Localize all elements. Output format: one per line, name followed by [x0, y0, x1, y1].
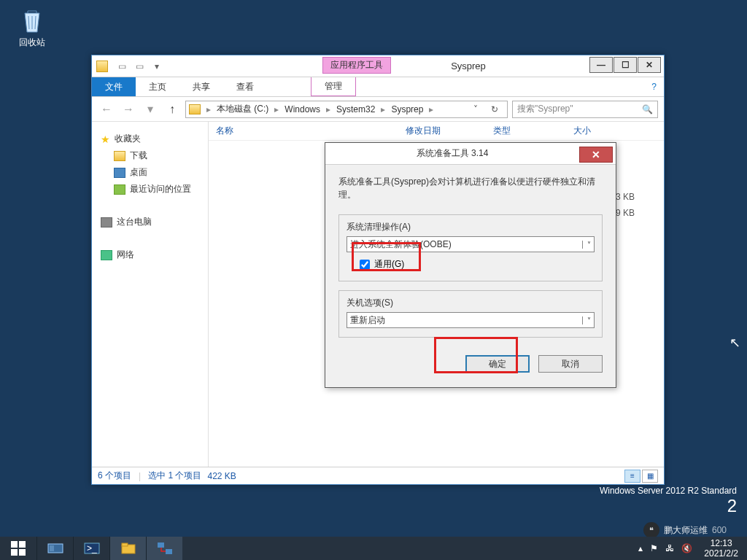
- breadcrumb[interactable]: 本地磁盘 (C:): [214, 103, 271, 115]
- shutdown-options-value: 重新启动: [350, 314, 385, 327]
- sidebar-desktop[interactable]: 桌面: [92, 164, 208, 181]
- svg-rect-6: [158, 542, 164, 548]
- refresh-icon[interactable]: ↻: [485, 104, 504, 114]
- generalize-label[interactable]: 通用(G): [374, 258, 404, 271]
- tab-share[interactable]: 共享: [179, 77, 223, 96]
- taskbar[interactable]: >_ ▴ ⚑ 🖧 🔇 12:13 2021/2/2: [0, 537, 747, 560]
- chevron-right-icon[interactable]: ▸: [205, 104, 212, 114]
- qat-newfolder-icon[interactable]: ▭: [133, 60, 146, 73]
- action-center-icon[interactable]: ⚑: [650, 543, 658, 553]
- watermark-text: 鹏大师运维: [664, 524, 708, 537]
- svg-text:>_: >_: [87, 543, 97, 553]
- tab-view[interactable]: 查看: [223, 77, 267, 96]
- maximize-button[interactable]: ☐: [614, 57, 637, 73]
- status-bar: 6 个项目 | 选中 1 个项目 422 KB ≡ ▦: [92, 467, 664, 484]
- shutdown-options-select[interactable]: 重新启动 ˅: [347, 312, 595, 328]
- nav-up-button[interactable]: ↑: [163, 101, 181, 118]
- view-icons-button[interactable]: ▦: [642, 470, 658, 483]
- chevron-right-icon[interactable]: ▸: [325, 104, 332, 114]
- dialog-titlebar[interactable]: 系统准备工具 3.14 ✕: [325, 143, 616, 165]
- svg-rect-1: [50, 545, 54, 551]
- task-explorer[interactable]: [109, 537, 146, 560]
- column-headers[interactable]: 名称 修改日期 类型 大小: [209, 122, 664, 141]
- desktop-icon: [114, 168, 125, 178]
- cleanup-action-select[interactable]: 进入系统全新体验(OOBE) ˅: [347, 236, 595, 252]
- titlebar[interactable]: ▭ ▭ ▾ 应用程序工具 Sysprep — ☐ ✕: [92, 55, 664, 77]
- col-type[interactable]: 类型: [493, 125, 573, 137]
- tab-home[interactable]: 主页: [136, 77, 179, 96]
- task-powershell[interactable]: >_: [73, 537, 109, 560]
- help-icon[interactable]: ?: [644, 77, 664, 96]
- search-icon[interactable]: 🔍: [642, 104, 653, 114]
- status-item-count: 6 个项目: [98, 470, 131, 482]
- folder-icon: [189, 104, 201, 114]
- nav-recent-dropdown[interactable]: ▾: [142, 101, 159, 118]
- recycle-bin[interactable]: 回收站: [13, 6, 51, 49]
- folder-icon: [96, 61, 108, 72]
- tab-file[interactable]: 文件: [92, 77, 136, 96]
- start-button[interactable]: [0, 537, 36, 560]
- nav-back-button[interactable]: ←: [98, 101, 115, 118]
- dialog-close-button[interactable]: ✕: [579, 147, 613, 163]
- qat-dropdown-icon[interactable]: ▾: [150, 60, 163, 73]
- minimize-button[interactable]: —: [589, 57, 613, 73]
- address-bar-row: ← → ▾ ↑ ▸ 本地磁盘 (C:) ▸ Windows ▸ System32…: [92, 97, 664, 122]
- wechat-icon: ❝: [643, 522, 659, 538]
- sidebar-this-pc[interactable]: 这台电脑: [92, 214, 208, 230]
- quick-access-toolbar: ▭ ▭ ▾: [111, 60, 168, 73]
- sysprep-dialog: 系统准备工具 3.14 ✕ 系统准备工具(Sysprep)会对计算机进行准备以便…: [325, 142, 616, 388]
- qat-properties-icon[interactable]: ▭: [115, 60, 128, 73]
- task-server-manager[interactable]: [36, 537, 73, 560]
- breadcrumb[interactable]: Sysprep: [388, 104, 426, 114]
- col-size[interactable]: 大小: [573, 125, 617, 137]
- sidebar-favorites[interactable]: ★收藏夹: [92, 131, 208, 147]
- volume-muted-icon[interactable]: 🔇: [681, 543, 692, 553]
- tray-time: 12:13: [704, 538, 738, 548]
- ok-button[interactable]: 确定: [465, 355, 530, 373]
- computer-icon: [101, 217, 112, 228]
- status-selected: 选中 1 个项目: [148, 470, 201, 482]
- nav-pane: ★收藏夹 下载 桌面 最近访问的位置 这台电脑 网络: [92, 122, 209, 467]
- col-date[interactable]: 修改日期: [406, 125, 493, 137]
- chevron-right-icon[interactable]: ▸: [379, 104, 387, 114]
- breadcrumb[interactable]: System32: [333, 104, 378, 114]
- shutdown-options-label: 关机选项(S): [347, 297, 595, 309]
- system-tray[interactable]: ▴ ⚑ 🖧 🔇 12:13 2021/2/2: [634, 537, 747, 560]
- view-details-button[interactable]: ≡: [624, 470, 640, 483]
- dialog-title: 系统准备工具 3.14: [325, 147, 579, 160]
- window-title: Sysprep: [347, 61, 589, 71]
- sidebar-recent[interactable]: 最近访问的位置: [92, 181, 208, 198]
- col-name[interactable]: 名称: [216, 125, 406, 137]
- address-bar[interactable]: ▸ 本地磁盘 (C:) ▸ Windows ▸ System32 ▸ Syspr…: [185, 101, 508, 118]
- generalize-checkbox[interactable]: [360, 260, 370, 270]
- search-input[interactable]: 搜索"Sysprep" 🔍: [512, 101, 658, 118]
- tab-manage[interactable]: 管理: [311, 77, 356, 96]
- network-icon[interactable]: 🖧: [665, 543, 674, 553]
- chevron-right-icon[interactable]: ▸: [427, 104, 435, 114]
- recent-icon: [114, 184, 125, 195]
- dialog-message: 系统准备工具(Sysprep)会对计算机进行准备以便进行硬件独立和清理。: [338, 175, 603, 201]
- channel-watermark: ❝ 鹏大师运维 600: [643, 522, 727, 538]
- tray-up-icon[interactable]: ▴: [638, 543, 643, 553]
- address-dropdown-icon[interactable]: ˅: [468, 104, 484, 114]
- cancel-button[interactable]: 取消: [538, 355, 603, 373]
- cursor-icon: ↖: [729, 335, 740, 351]
- star-icon: ★: [101, 133, 110, 145]
- sidebar-downloads[interactable]: 下载: [92, 147, 208, 164]
- os-edition: Windows Server 2012 R2 Standard: [600, 486, 737, 496]
- chevron-down-icon: ˅: [582, 241, 591, 249]
- chevron-right-icon[interactable]: ▸: [273, 104, 280, 114]
- build-suffix: 600: [712, 525, 727, 535]
- nav-forward-button: →: [120, 101, 137, 118]
- sidebar-network[interactable]: 网络: [92, 246, 208, 263]
- tray-date: 2021/2/2: [704, 548, 738, 559]
- recycle-bin-label: 回收站: [13, 36, 51, 49]
- windows-logo-icon: [11, 541, 26, 556]
- close-button[interactable]: ✕: [638, 57, 661, 73]
- network-icon: [101, 250, 112, 260]
- breadcrumb[interactable]: Windows: [282, 104, 323, 114]
- clock[interactable]: 12:13 2021/2/2: [700, 538, 743, 559]
- cleanup-action-value: 进入系统全新体验(OOBE): [350, 238, 452, 251]
- ribbon-tabs: 文件 主页 共享 查看 管理 ?: [92, 77, 664, 97]
- task-network-connections[interactable]: [146, 537, 182, 560]
